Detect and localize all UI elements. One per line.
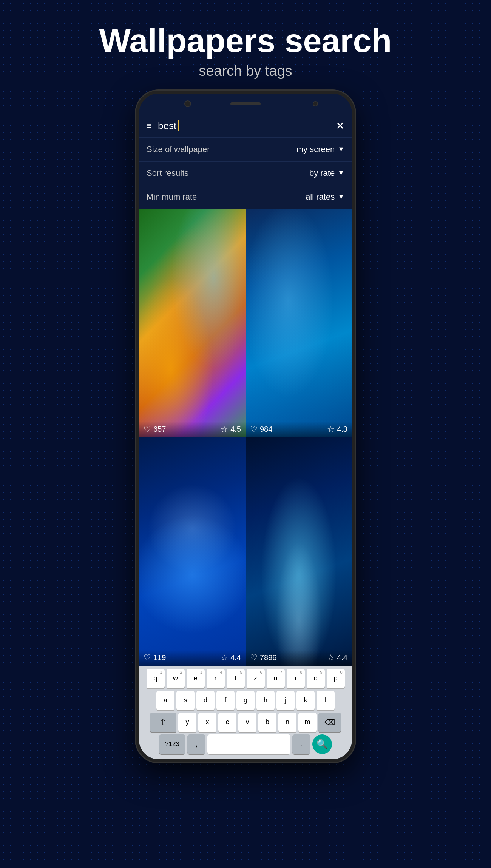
key-q[interactable]: 1 q bbox=[147, 669, 165, 688]
coral-likes-count: 657 bbox=[153, 425, 166, 434]
coral-overlay: ♡ 657 ☆ 4.5 bbox=[139, 422, 246, 437]
heart-icon: ♡ bbox=[144, 653, 151, 663]
search-input-wrapper[interactable]: best bbox=[158, 120, 330, 132]
filter-size-label: Size of wallpaper bbox=[147, 145, 210, 154]
menu-icon[interactable]: ≡ bbox=[147, 120, 152, 131]
wallpaper-coral[interactable]: ♡ 657 ☆ 4.5 bbox=[139, 209, 246, 437]
key-r[interactable]: 4 r bbox=[207, 669, 225, 688]
star-icon: ☆ bbox=[221, 653, 228, 663]
filter-sort[interactable]: Sort results by rate ▼ bbox=[139, 162, 352, 185]
star-icon: ☆ bbox=[327, 653, 335, 663]
filter-rate-arrow: ▼ bbox=[338, 193, 344, 201]
wallpaper-waterdrop[interactable]: ♡ 119 ☆ 4.4 bbox=[139, 437, 246, 666]
key-g[interactable]: g bbox=[236, 691, 255, 710]
heart-icon: ♡ bbox=[250, 653, 258, 663]
filter-size-text: my screen bbox=[296, 145, 335, 154]
key-o[interactable]: 9 o bbox=[307, 669, 325, 688]
filter-rate[interactable]: Minimum rate all rates ▼ bbox=[139, 185, 352, 209]
front-camera2 bbox=[313, 101, 318, 106]
search-text: best bbox=[158, 120, 176, 132]
key-m[interactable]: m bbox=[298, 713, 317, 732]
search-bar: ≡ best ✕ bbox=[139, 114, 352, 138]
coral-rating: ☆ 4.5 bbox=[221, 425, 241, 434]
key-x[interactable]: x bbox=[198, 713, 216, 732]
filter-sort-value[interactable]: by rate ▼ bbox=[309, 168, 344, 178]
key-w[interactable]: 2 w bbox=[167, 669, 185, 688]
period-key[interactable]: . bbox=[292, 734, 310, 754]
wolf-rating: ☆ 4.4 bbox=[327, 653, 347, 663]
backspace-icon: ⌫ bbox=[324, 718, 335, 727]
key-v[interactable]: v bbox=[238, 713, 256, 732]
phone-top-bar bbox=[139, 94, 352, 114]
text-cursor bbox=[178, 120, 179, 131]
key-c[interactable]: c bbox=[218, 713, 236, 732]
keyboard-row-2: a s d f g h j k l bbox=[141, 691, 350, 710]
numbers-key[interactable]: ?123 bbox=[159, 734, 185, 754]
key-h[interactable]: h bbox=[256, 691, 275, 710]
dolphins-rating-value: 4.3 bbox=[337, 425, 347, 434]
filter-sort-text: by rate bbox=[309, 168, 335, 178]
close-icon[interactable]: ✕ bbox=[336, 120, 344, 132]
wolf-image bbox=[246, 437, 352, 666]
wallpaper-wolf[interactable]: ♡ 7896 ☆ 4.4 bbox=[246, 437, 352, 666]
key-z[interactable]: 6 z bbox=[247, 669, 265, 688]
heart-icon: ♡ bbox=[250, 425, 258, 434]
key-a[interactable]: a bbox=[156, 691, 174, 710]
keyboard-row-3: ⇧ y x c v b n m ⌫ bbox=[141, 713, 350, 732]
key-j[interactable]: j bbox=[276, 691, 295, 710]
key-b[interactable]: b bbox=[258, 713, 276, 732]
subtitle: search by tags bbox=[99, 63, 392, 79]
filter-rate-value[interactable]: all rates ▼ bbox=[306, 192, 344, 202]
search-icon: 🔍 bbox=[317, 739, 328, 749]
key-t[interactable]: 5 t bbox=[227, 669, 245, 688]
shift-key[interactable]: ⇧ bbox=[150, 713, 176, 732]
backspace-key[interactable]: ⌫ bbox=[318, 713, 341, 732]
filter-size[interactable]: Size of wallpaper my screen ▼ bbox=[139, 138, 352, 162]
key-p[interactable]: 0 p bbox=[327, 669, 345, 688]
filter-rate-label: Minimum rate bbox=[147, 192, 197, 202]
key-u[interactable]: 7 u bbox=[267, 669, 285, 688]
wolf-rating-value: 4.4 bbox=[337, 653, 347, 662]
key-k[interactable]: k bbox=[296, 691, 315, 710]
comma-key[interactable]: , bbox=[187, 734, 205, 754]
coral-image bbox=[139, 209, 246, 437]
keyboard: 1 q 2 w 3 e 4 r bbox=[139, 666, 352, 759]
filter-sort-label: Sort results bbox=[147, 168, 188, 178]
keyboard-row-1: 1 q 2 w 3 e 4 r bbox=[141, 669, 350, 688]
num-key-label: ?123 bbox=[165, 740, 179, 748]
wolf-overlay: ♡ 7896 ☆ 4.4 bbox=[246, 650, 352, 666]
dolphins-image bbox=[246, 209, 352, 437]
wallpaper-grid: ♡ 657 ☆ 4.5 ♡ 984 bbox=[139, 209, 352, 666]
waterdrop-likes: ♡ 119 bbox=[144, 653, 166, 663]
filter-size-value[interactable]: my screen ▼ bbox=[296, 145, 344, 154]
waterdrop-overlay: ♡ 119 ☆ 4.4 bbox=[139, 650, 246, 666]
star-icon: ☆ bbox=[221, 425, 228, 434]
key-n[interactable]: n bbox=[278, 713, 296, 732]
key-f[interactable]: f bbox=[216, 691, 235, 710]
wolf-likes-count: 7896 bbox=[260, 653, 277, 662]
speaker bbox=[230, 102, 261, 105]
space-key[interactable] bbox=[207, 734, 290, 754]
wallpaper-dolphins[interactable]: ♡ 984 ☆ 4.3 bbox=[246, 209, 352, 437]
filter-size-arrow: ▼ bbox=[338, 145, 344, 153]
wolf-likes: ♡ 7896 bbox=[250, 653, 277, 663]
coral-likes: ♡ 657 bbox=[144, 425, 166, 434]
waterdrop-image bbox=[139, 437, 246, 666]
phone-screen: ≡ best ✕ Size of wallpaper my screen ▼ bbox=[139, 114, 352, 759]
waterdrop-likes-count: 119 bbox=[153, 653, 166, 662]
key-y[interactable]: y bbox=[178, 713, 196, 732]
key-i[interactable]: 8 i bbox=[287, 669, 305, 688]
search-button[interactable]: 🔍 bbox=[312, 734, 332, 754]
keyboard-bottom-row: ?123 , . 🔍 bbox=[141, 734, 350, 754]
key-e[interactable]: 3 e bbox=[187, 669, 205, 688]
filter-rate-text: all rates bbox=[306, 192, 335, 202]
heart-icon: ♡ bbox=[144, 425, 151, 434]
key-d[interactable]: d bbox=[196, 691, 215, 710]
filter-sort-arrow: ▼ bbox=[338, 169, 344, 177]
shift-icon: ⇧ bbox=[160, 717, 167, 727]
key-l[interactable]: l bbox=[317, 691, 335, 710]
waterdrop-rating: ☆ 4.4 bbox=[221, 653, 241, 663]
waterdrop-rating-value: 4.4 bbox=[230, 653, 241, 662]
front-camera bbox=[184, 100, 191, 107]
key-s[interactable]: s bbox=[176, 691, 195, 710]
